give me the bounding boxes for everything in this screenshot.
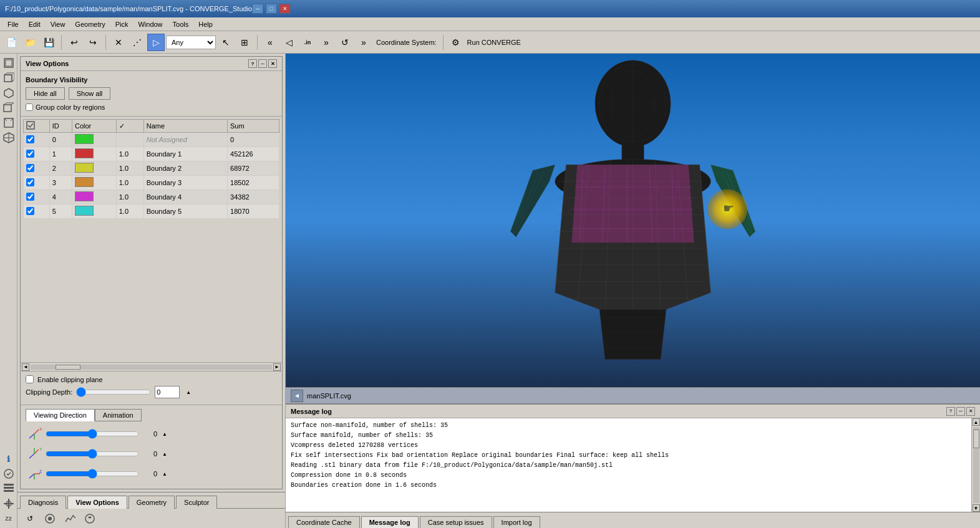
msg-scroll-track[interactable] xyxy=(973,427,979,503)
close-button[interactable]: ✕ xyxy=(279,4,291,14)
msg-log-help[interactable]: ? xyxy=(946,407,955,416)
viewing-direction-tab[interactable]: Viewing Direction xyxy=(26,409,95,421)
sidebar-cube-3[interactable] xyxy=(2,86,16,100)
save-button[interactable]: 💾 xyxy=(40,34,57,51)
z-direction-slider[interactable] xyxy=(46,469,139,479)
x-spin-up[interactable]: ▲ xyxy=(160,428,170,440)
sidebar-cube-front[interactable] xyxy=(2,56,16,70)
row-color-swatch-0[interactable] xyxy=(75,134,94,144)
footer-icon-2[interactable] xyxy=(61,510,79,527)
msg-scroll-up[interactable]: ▲ xyxy=(973,418,980,426)
tab-case-setup[interactable]: Case setup issues xyxy=(420,516,492,528)
animation-tab[interactable]: Animation xyxy=(95,409,142,421)
maximize-button[interactable]: □ xyxy=(266,4,277,14)
delete-button[interactable]: ✕ xyxy=(110,34,127,51)
run-converge-icon[interactable]: ⚙ xyxy=(447,34,465,51)
grid-button[interactable]: ⊞ xyxy=(236,34,253,51)
3d-canvas[interactable]: ☛ xyxy=(286,54,980,387)
col-id[interactable]: ID xyxy=(49,120,72,133)
row-checkbox-0[interactable] xyxy=(26,135,34,143)
menu-pick[interactable]: Pick xyxy=(110,19,133,29)
sidebar-tool-2[interactable] xyxy=(2,482,16,496)
scroll-right-arrow[interactable]: ► xyxy=(273,363,281,371)
footer-icon-1[interactable] xyxy=(41,510,59,527)
sidebar-cube-4[interactable] xyxy=(2,101,16,115)
sidebar-cube-5[interactable] xyxy=(2,116,16,130)
col-name[interactable]: Name xyxy=(143,120,227,133)
new-button[interactable]: 📄 xyxy=(2,34,20,51)
sidebar-tool-4[interactable]: Z2 xyxy=(2,512,16,526)
show-all-button[interactable]: Show all xyxy=(69,87,111,100)
table-scrollbar[interactable]: ◄ ► xyxy=(21,362,282,371)
open-button[interactable]: 📁 xyxy=(21,34,39,51)
enable-clipping-checkbox[interactable] xyxy=(26,375,34,383)
y-direction-slider[interactable] xyxy=(46,449,139,459)
footer-back-button[interactable]: ↺ xyxy=(21,510,39,527)
scroll-thumb[interactable] xyxy=(56,365,80,370)
msg-log-min[interactable]: ─ xyxy=(956,407,965,416)
footer-icon-3[interactable] xyxy=(81,510,99,527)
msg-scroll-down[interactable]: ▼ xyxy=(973,504,980,512)
msg-scroll-thumb[interactable] xyxy=(973,430,979,448)
scroll-track[interactable] xyxy=(31,365,272,370)
row-color-swatch-1[interactable] xyxy=(75,148,94,158)
col-color[interactable]: Color xyxy=(72,120,116,133)
pick-button[interactable]: ⋰ xyxy=(129,34,146,51)
col-sum[interactable]: Sum xyxy=(228,120,279,133)
sidebar-cube-2[interactable] xyxy=(2,71,16,85)
cursor-button[interactable]: ↖ xyxy=(217,34,235,51)
menu-window[interactable]: Window xyxy=(133,19,167,29)
menu-tools[interactable]: Tools xyxy=(168,19,194,29)
nav-fwd[interactable]: » xyxy=(318,34,335,51)
clipping-spin-up[interactable]: ▲ xyxy=(183,386,193,398)
run-converge-label[interactable]: Run CONVERGE xyxy=(467,39,521,46)
row-checkbox-3[interactable] xyxy=(26,178,34,186)
row-color-swatch-3[interactable] xyxy=(75,177,94,187)
menu-file[interactable]: File xyxy=(2,19,24,29)
tab-import-log[interactable]: Import log xyxy=(493,516,540,528)
filter-dropdown[interactable]: Any xyxy=(166,36,216,49)
clipping-depth-slider[interactable] xyxy=(76,387,151,397)
menu-edit[interactable]: Edit xyxy=(24,19,46,29)
group-color-checkbox-label[interactable]: Group color by regions xyxy=(26,103,277,111)
menu-geometry[interactable]: Geometry xyxy=(70,19,110,29)
y-spin-up[interactable]: ▲ xyxy=(160,448,170,460)
sidebar-tool-1[interactable] xyxy=(2,467,16,481)
panel-close[interactable]: ✕ xyxy=(268,59,277,68)
snap-button[interactable]: ▷ xyxy=(147,34,165,51)
panel-help[interactable]: ? xyxy=(248,59,257,68)
scroll-left-arrow[interactable]: ◄ xyxy=(22,363,29,371)
hide-all-button[interactable]: Hide all xyxy=(26,87,65,100)
row-color-swatch-4[interactable] xyxy=(75,191,94,201)
row-checkbox-4[interactable] xyxy=(26,193,34,201)
panel-min[interactable]: ─ xyxy=(258,59,267,68)
tab-diagnosis[interactable]: Diagnosis xyxy=(20,496,66,509)
sidebar-tool-3[interactable] xyxy=(2,497,16,511)
menu-view[interactable]: View xyxy=(46,19,70,29)
unit-in[interactable]: .in xyxy=(299,34,316,51)
minimize-button[interactable]: ─ xyxy=(252,4,263,14)
sidebar-cube-6[interactable] xyxy=(2,131,16,145)
message-log-content[interactable]: Surface non-manifold, number of shells: … xyxy=(286,418,971,512)
tab-geometry[interactable]: Geometry xyxy=(129,496,175,509)
col-check[interactable] xyxy=(24,120,50,133)
tab-view-options[interactable]: View Options xyxy=(67,496,127,509)
msg-log-close[interactable]: ✕ xyxy=(966,407,975,416)
tab-sculptor[interactable]: Sculptor xyxy=(176,496,217,509)
caption-back-button[interactable]: ◄ xyxy=(291,390,303,402)
x-direction-slider[interactable] xyxy=(46,429,139,439)
group-color-checkbox[interactable] xyxy=(26,103,33,111)
tab-coordinate-cache[interactable]: Coordinate Cache xyxy=(288,516,360,528)
sidebar-info[interactable]: ℹ xyxy=(2,452,16,466)
row-checkbox-5[interactable] xyxy=(26,207,34,215)
undo-button[interactable]: ↩ xyxy=(65,34,83,51)
col-opacity[interactable]: ✓ xyxy=(116,120,143,133)
nav-back[interactable]: ◁ xyxy=(280,34,298,51)
z-spin-up[interactable]: ▲ xyxy=(160,468,170,480)
nav-fwd2[interactable]: » xyxy=(355,34,372,51)
row-checkbox-2[interactable] xyxy=(26,164,34,172)
menu-help[interactable]: Help xyxy=(193,19,218,29)
row-checkbox-1[interactable] xyxy=(26,150,34,158)
clipping-depth-value[interactable] xyxy=(155,386,180,398)
message-log-scrollbar[interactable]: ▲ ▼ xyxy=(971,418,980,512)
